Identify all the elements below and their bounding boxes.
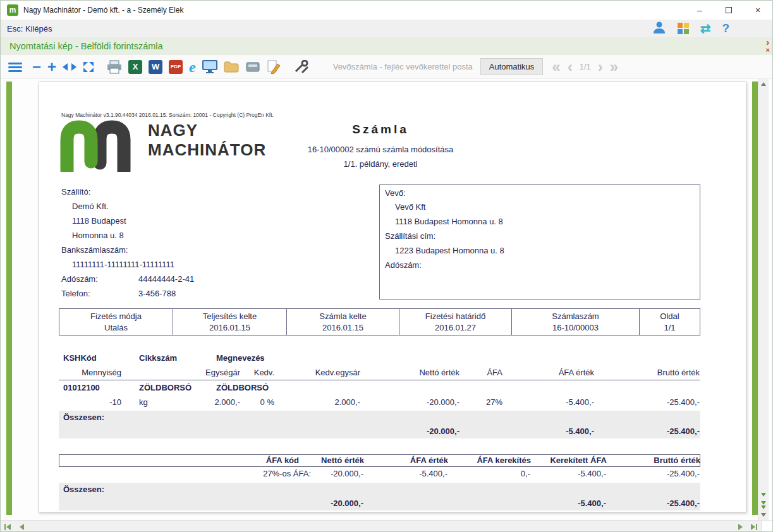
preview-header: Nyomtatási kép - Belföldi forintszámla ›…	[1, 37, 772, 55]
zoom-in-button[interactable]: +	[47, 58, 56, 76]
supplier-label: Szállító:	[61, 187, 90, 196]
vat-header: Bruttó érték	[624, 456, 700, 465]
preview-content: Nagy Machinátor v3.1.90.44034 2016.01.15…	[1, 79, 772, 520]
last-page-button[interactable]: »	[610, 59, 618, 75]
col-header: Megnevezés	[216, 353, 265, 363]
folder-icon[interactable]	[224, 58, 239, 76]
vertical-scrollbar[interactable]	[758, 79, 769, 520]
supplier-phone: 3-456-788	[138, 289, 176, 298]
esc-exit-button[interactable]: Esc: Kilépés	[7, 24, 52, 33]
buyer-box: Vevő: Vevő Kft 1118 Budapest Homonna u. …	[379, 184, 700, 299]
window-title: Nagy Machinátor - Demó kft. - a - Személ…	[23, 6, 183, 15]
supplier-tax-label: Adószám:	[61, 274, 98, 284]
help-icon[interactable]: ?	[722, 21, 729, 35]
supplier-bank-account: 11111111-11111111-11111111	[72, 260, 174, 269]
automatic-button[interactable]: Automatikus	[480, 58, 544, 75]
payment-cell: Oldal 1/1	[639, 309, 700, 335]
menu-hamburger-icon[interactable]	[8, 58, 22, 76]
col-header: Egységár	[160, 368, 240, 377]
horizontal-scroll-track[interactable]	[28, 521, 733, 532]
payment-header: Fizetési határidő	[425, 311, 485, 321]
edit-icon[interactable]	[267, 58, 281, 76]
buyer-address: 1118 Budapest Homonna u. 8	[395, 217, 503, 226]
payment-value: 16-10/00003	[552, 323, 599, 332]
next-page-green-button[interactable]	[758, 500, 769, 510]
monitor-icon[interactable]	[202, 58, 217, 76]
modules-grid-icon[interactable]	[678, 23, 689, 34]
browser-icon[interactable]: e	[189, 58, 196, 76]
buyer-shipping-label: Szállítási cím:	[385, 231, 435, 241]
horizontal-scrollbar[interactable]	[1, 520, 772, 532]
col-header: Cikkszám	[139, 353, 177, 363]
vat-header: Kerekített ÁFA	[525, 456, 607, 465]
payment-header: Oldal	[660, 311, 679, 321]
vat-totals-strip: Összesen: -20.000,- -5.400,- -25.400,-	[59, 483, 700, 511]
col-header: Mennyiség	[59, 368, 121, 377]
col-header: Kedv.egysár	[297, 368, 360, 377]
col-header: Nettó érték	[396, 368, 460, 377]
supplier-bank-label: Bankszámlaszám:	[61, 245, 128, 255]
panel-close-icon[interactable]: ×	[766, 46, 770, 54]
payment-cell: Teljesítés kelte 2016.01.15	[173, 309, 286, 335]
invoice-page: Nagy Machinátor v3.1.90.44034 2016.01.15…	[39, 82, 746, 512]
company-logo	[58, 119, 142, 172]
vat-cell: -5.400,-	[384, 469, 447, 478]
fit-width-button[interactable]	[63, 58, 76, 76]
invoice-meta-line: Nagy Machinátor v3.1.90.44034 2016.01.15…	[61, 112, 274, 118]
print-icon[interactable]	[107, 58, 122, 76]
buyer-name: Vevő Kft	[395, 202, 425, 212]
scroll-left-button[interactable]	[15, 521, 28, 532]
payment-value: 1/1	[664, 323, 675, 332]
item-row-codes: 01012100 ZÖLDBORSÓ ZÖLDBORSÓ	[59, 383, 700, 394]
preview-title: Nyomtatási kép - Belföldi forintszámla	[9, 41, 163, 51]
scroll-down-green-button[interactable]	[758, 490, 769, 500]
first-page-button[interactable]: «	[552, 59, 560, 75]
scroll-last-right-button[interactable]	[747, 521, 761, 532]
archive-icon[interactable]	[245, 58, 260, 76]
payment-header: Fizetés módja	[90, 311, 142, 321]
panel-controls: › ×	[766, 38, 770, 54]
zoom-out-button[interactable]: −	[32, 58, 41, 76]
scroll-first-left-button[interactable]	[1, 521, 15, 532]
payment-cell: Számla kelte 2016.01.15	[286, 309, 399, 335]
page-navigation: « ‹ 1/1 › »	[552, 59, 618, 75]
item-cell: ZÖLDBORSÓ	[139, 383, 192, 392]
item-cell: ZÖLDBORSÓ	[216, 383, 269, 392]
vat-header-row: ÁFA kód Nettó érték ÁFA érték ÁFA kerekí…	[59, 454, 700, 467]
payment-cell: Fizetési határidő 2016.01.27	[399, 309, 511, 335]
vat-cell: -5.400,-	[524, 469, 606, 478]
scroll-right-button[interactable]	[733, 521, 747, 532]
sync-icon[interactable]: ⇄	[700, 22, 711, 35]
items-totals-strip: Összesen: -20.000,- -5.400,- -25.400,-	[59, 411, 700, 438]
supplier-tax-number: 44444444-2-41	[138, 274, 194, 284]
export-word-icon[interactable]: W	[149, 60, 162, 74]
payment-cell: Fizetés módja Utalás	[59, 309, 173, 335]
minimize-button[interactable]: –	[685, 1, 714, 20]
window-controls: – ×	[685, 1, 772, 20]
titlebar: m Nagy Machinátor - Demó kft. - a - Szem…	[1, 1, 772, 20]
payment-summary-table: Fizetés módja Utalás Teljesítés kelte 20…	[59, 308, 700, 336]
payment-value: 2016.01.15	[209, 323, 250, 332]
supplier-name: Demó Kft.	[72, 202, 109, 211]
maximize-button[interactable]	[714, 1, 743, 20]
export-pdf-icon[interactable]: PDF	[169, 60, 183, 74]
items-total-label: Összesen:	[63, 413, 104, 422]
user-icon[interactable]	[652, 20, 666, 37]
export-excel-icon[interactable]: X	[128, 60, 142, 74]
payment-value: Utalás	[104, 323, 128, 332]
scroll-up-button[interactable]	[758, 79, 769, 89]
menubar: Esc: Kilépés ⇄ ?	[1, 20, 772, 37]
panel-collapse-icon[interactable]: ›	[766, 38, 769, 46]
fit-page-button[interactable]	[83, 58, 94, 76]
payment-header: Teljesítés kelte	[203, 311, 257, 321]
next-page-button[interactable]: ›	[598, 59, 603, 75]
item-cell: 0 %	[242, 397, 274, 407]
settings-tools-icon[interactable]	[294, 58, 310, 76]
col-header: ÁFA	[465, 368, 502, 377]
prev-page-button[interactable]: ‹	[568, 59, 573, 75]
vat-cell: -25.400,-	[624, 469, 700, 478]
close-button[interactable]: ×	[743, 1, 772, 20]
scroll-down-button[interactable]	[758, 510, 769, 520]
invoice-copy-info: 1/1. példány, eredeti	[229, 159, 532, 169]
vat-cell: 27%-os ÁFA:	[217, 469, 311, 478]
